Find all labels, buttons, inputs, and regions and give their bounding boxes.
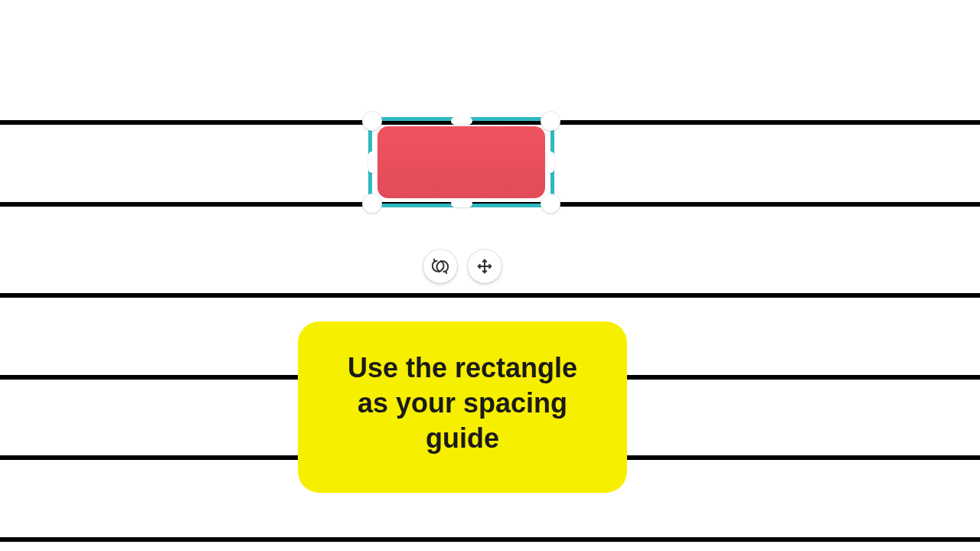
rotate-button[interactable] [423,249,457,283]
shape-fill [377,126,545,198]
guide-line [0,537,980,542]
guide-line [0,293,980,298]
rotate-icon [432,258,449,275]
resize-handle-right[interactable] [547,152,554,173]
resize-handle-left[interactable] [368,152,376,173]
resize-handle-bottom[interactable] [451,200,472,207]
resize-handle-bottom-right[interactable] [541,194,560,214]
instruction-callout: Use the rectangle as your spacing guide [298,321,627,493]
selection-floating-toolbar [423,249,501,283]
move-icon [476,258,493,275]
resize-handle-top[interactable] [451,117,472,125]
resize-handle-top-left[interactable] [362,111,382,131]
resize-handle-top-right[interactable] [541,111,560,131]
resize-handle-bottom-left[interactable] [362,194,382,214]
move-button[interactable] [468,249,501,283]
selected-rectangle-shape[interactable] [368,117,554,207]
